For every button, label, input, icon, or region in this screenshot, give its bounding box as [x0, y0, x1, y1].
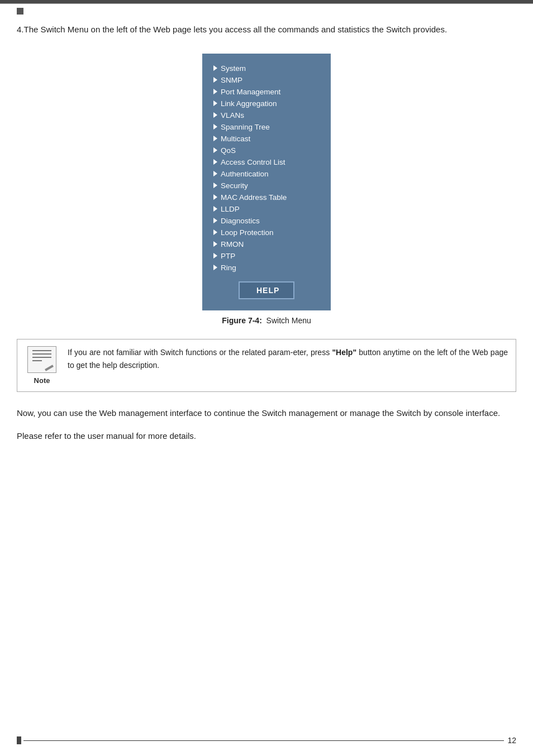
footer-square [17, 736, 21, 744]
note-box: Note If you are not familiar with Switch… [17, 339, 516, 392]
switch-menu: System SNMP Port Management Link Aggrega… [202, 54, 331, 310]
menu-item-port-management[interactable]: Port Management [213, 86, 320, 98]
arrow-icon-spanning-tree [213, 124, 217, 130]
menu-item-mac-address-table[interactable]: MAC Address Table [213, 192, 320, 203]
note-icon-area: Note [25, 346, 59, 385]
menu-item-system[interactable]: System [213, 63, 320, 74]
menu-label-diagnostics: Diagnostics [221, 217, 260, 225]
arrow-icon-diagnostics [213, 218, 217, 223]
arrow-icon-authentication [213, 171, 217, 176]
menu-label-qos: QoS [221, 146, 236, 155]
note-line-2 [32, 353, 51, 355]
arrow-icon-vlans [213, 112, 217, 118]
paragraph-3: Please refer to the user manual for more… [17, 429, 516, 443]
menu-label-snmp: SNMP [221, 76, 242, 84]
top-indicator [17, 8, 23, 15]
menu-item-ring[interactable]: Ring [213, 262, 320, 274]
note-bold-text: "Help" [332, 348, 356, 357]
page-number: 12 [504, 736, 516, 745]
pen-icon [45, 365, 54, 371]
arrow-icon-ptp [213, 253, 217, 259]
menu-item-diagnostics[interactable]: Diagnostics [213, 215, 320, 227]
menu-label-spanning-tree: Spanning Tree [221, 123, 270, 131]
intro-paragraph: 4.The Switch Menu on the left of the Web… [17, 22, 516, 37]
note-text-part1: If you are not familiar with Switch func… [68, 348, 332, 357]
menu-item-security[interactable]: Security [213, 180, 320, 192]
menu-label-ring: Ring [221, 264, 236, 272]
footer-line [23, 740, 504, 741]
arrow-icon-mac-address-table [213, 194, 217, 200]
menu-label-ptp: PTP [221, 252, 235, 260]
menu-item-spanning-tree[interactable]: Spanning Tree [213, 121, 320, 133]
top-bar-line [0, 3, 533, 4]
menu-item-snmp[interactable]: SNMP [213, 74, 320, 86]
menu-item-multicast[interactable]: Multicast [213, 133, 320, 145]
note-icon [27, 346, 56, 373]
arrow-icon-security [213, 183, 217, 188]
menu-item-ptp[interactable]: PTP [213, 250, 320, 262]
note-line-4 [32, 360, 42, 361]
figure-caption-suffix: Switch Menu [266, 316, 311, 325]
arrow-icon-ring [213, 265, 217, 270]
arrow-icon-loop-protection [213, 229, 217, 235]
note-label: Note [34, 376, 50, 385]
arrow-icon-access-control-list [213, 159, 217, 165]
menu-item-qos[interactable]: QoS [213, 145, 320, 156]
menu-label-rmon: RMON [221, 240, 244, 248]
note-line-3 [32, 357, 51, 358]
help-button[interactable]: HELP [239, 281, 294, 299]
arrow-icon-multicast [213, 136, 217, 141]
menu-item-link-aggregation[interactable]: Link Aggregation [213, 98, 320, 109]
menu-label-authentication: Authentication [221, 170, 269, 178]
main-content: 4.The Switch Menu on the left of the Web… [17, 22, 516, 452]
menu-label-system: System [221, 64, 246, 73]
menu-label-access-control-list: Access Control List [221, 158, 285, 166]
figure-caption: Figure 7-4: Switch Menu [222, 316, 311, 325]
menu-item-vlans[interactable]: VLANs [213, 109, 320, 121]
menu-label-lldp: LLDP [221, 205, 240, 213]
figure-caption-prefix: Figure 7-4: [222, 316, 262, 325]
arrow-icon-port-management [213, 89, 217, 94]
menu-item-lldp[interactable]: LLDP [213, 203, 320, 215]
arrow-icon-snmp [213, 77, 217, 83]
arrow-icon-system [213, 65, 217, 71]
arrow-icon-qos [213, 147, 217, 153]
menu-label-vlans: VLANs [221, 111, 244, 119]
menu-item-authentication[interactable]: Authentication [213, 168, 320, 180]
arrow-icon-rmon [213, 241, 217, 247]
arrow-icon-lldp [213, 206, 217, 212]
arrow-icon-link-aggregation [213, 101, 217, 106]
paragraph-2: Now, you can use the Web management inte… [17, 406, 516, 420]
menu-label-mac-address-table: MAC Address Table [221, 193, 287, 202]
menu-item-access-control-list[interactable]: Access Control List [213, 156, 320, 168]
note-icon-lines [32, 350, 51, 363]
menu-item-loop-protection[interactable]: Loop Protection [213, 227, 320, 238]
menu-label-link-aggregation: Link Aggregation [221, 99, 277, 108]
menu-item-rmon[interactable]: RMON [213, 238, 320, 250]
menu-label-port-management: Port Management [221, 88, 280, 96]
menu-label-multicast: Multicast [221, 135, 250, 143]
menu-container: System SNMP Port Management Link Aggrega… [17, 54, 516, 325]
note-text: If you are not familiar with Switch func… [68, 346, 508, 385]
menu-label-security: Security [221, 181, 248, 190]
note-line-1 [32, 350, 51, 351]
footer: 12 [17, 736, 516, 745]
menu-label-loop-protection: Loop Protection [221, 228, 274, 237]
